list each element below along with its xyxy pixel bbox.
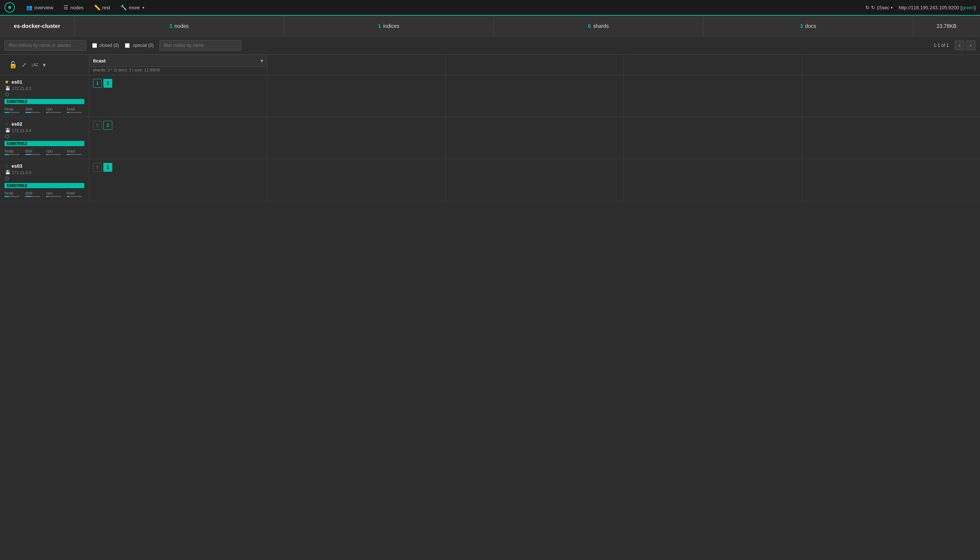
- index-dropdown-icon[interactable]: ▾: [261, 58, 263, 63]
- disk-label-es02: disk: [25, 149, 40, 153]
- nav-label-more: more: [129, 5, 140, 10]
- sort-az-icon[interactable]: ↕AZ: [31, 62, 38, 68]
- cpu-metric-es02: cpu: [46, 149, 61, 155]
- rest-icon: ✏️: [94, 5, 100, 10]
- shard-cell-es01-empty1: [267, 75, 445, 117]
- node-badge-es02: 536870912: [5, 141, 85, 146]
- node-name-es01: es01: [12, 79, 22, 85]
- node-ip-es02: 💾 172.21.0.4: [5, 128, 85, 133]
- shard-primary-2-es02: 2: [103, 121, 112, 130]
- cluster-url: http://118.195.243.105:9200 [green]: [898, 5, 975, 10]
- nav-item-overview[interactable]: 👥 overview: [21, 0, 58, 15]
- nodes-summary[interactable]: 3 nodes: [74, 16, 284, 36]
- indices-summary[interactable]: 1 indices: [284, 16, 494, 36]
- heap-metric-es01: heap: [5, 107, 19, 113]
- empty-col-2: [446, 55, 624, 75]
- table-header: 🔓 ⤢ ↕AZ ▾ itcast ▾ shards: 3 * 2| docs: …: [0, 55, 980, 75]
- shard-cell-es02-itcast[interactable]: 0 2: [89, 117, 267, 159]
- node-ip-es01: 💾 172.21.0.2: [5, 86, 85, 91]
- more-icon: 🔧: [120, 5, 127, 10]
- node-badge-es01: 536870912: [5, 99, 85, 104]
- cpu-label-es02: cpu: [46, 149, 61, 153]
- filter-indices-input[interactable]: [5, 40, 86, 50]
- load-bar-es01: [67, 112, 82, 113]
- indices-label: indices: [383, 23, 400, 29]
- summary-bar: es-docker-cluster 3 nodes 1 indices 6 sh…: [0, 16, 980, 37]
- closed-checkbox-label[interactable]: closed (0): [92, 43, 119, 48]
- node-column-header: 🔓 ⤢ ↕AZ ▾: [0, 55, 89, 75]
- shard-cell-es02-empty3: [624, 117, 802, 159]
- nav-right: ↻ ↻ 15sec ▾ http://118.195.243.105:9200 …: [865, 5, 975, 10]
- logo[interactable]: [5, 2, 15, 13]
- index-meta: shards: 3 * 2| docs: 3 | size: 11.89KB: [89, 67, 267, 74]
- heap-bar-es02: [5, 154, 19, 155]
- master-star-es01: ★: [5, 79, 9, 85]
- special-checkbox[interactable]: [125, 43, 130, 48]
- table-body: ★ es01 💾 172.21.0.2 ⬡ 536870912 heap: [0, 75, 980, 201]
- load-label-es01: load: [67, 107, 82, 111]
- node-id-row-es03: ⬡: [5, 176, 85, 181]
- nav-item-more[interactable]: 🔧 more ▾: [115, 0, 150, 15]
- shard-cell-es03-empty4: [802, 159, 980, 201]
- node-name-es02: es02: [12, 121, 22, 127]
- heap-label-es03: heap: [5, 191, 19, 195]
- filter-bar: closed (0) .special (0) 1-1 of 1 ‹ ›: [0, 37, 980, 55]
- shard-cell-es03-itcast[interactable]: 0 1: [89, 159, 267, 201]
- docs-summary[interactable]: 3 docs: [704, 16, 913, 36]
- nav-label-rest: rest: [102, 5, 110, 10]
- disk-icon-es01: 💾: [5, 86, 10, 91]
- shard-cell-es03-empty3: [624, 159, 802, 201]
- header-chevron-icon[interactable]: ▾: [43, 62, 46, 68]
- node-id-icon-es02: ⬡: [5, 134, 9, 139]
- shard-cell-es01-empty4: [802, 75, 980, 117]
- load-metric-es03: load: [67, 191, 82, 197]
- filter-nodes-input[interactable]: [160, 40, 241, 50]
- lock-icon[interactable]: 🔓: [9, 61, 17, 69]
- page-next-btn[interactable]: ›: [966, 40, 975, 50]
- index-column-header: itcast ▾ shards: 3 * 2| docs: 3 | size: …: [89, 55, 267, 75]
- shard-replica-1-es03: 1: [103, 163, 112, 172]
- disk-bar-fill-es01: [25, 112, 31, 113]
- pagination-info: 1-1 of 1: [933, 43, 949, 48]
- nav-item-nodes[interactable]: ☰ nodes: [58, 0, 88, 15]
- svg-point-1: [8, 6, 11, 9]
- closed-checkbox[interactable]: [92, 43, 97, 48]
- cpu-metric-es03: cpu: [46, 191, 61, 197]
- table-row: ☆ es02 💾 172.21.0.4 ⬡ 536870912 heap: [0, 117, 980, 159]
- disk-icon-es03: 💾: [5, 170, 10, 175]
- disk-icon-es02: 💾: [5, 128, 10, 133]
- top-nav: 👥 overview ☰ nodes ✏️ rest 🔧 more ▾ ↻ ↻ …: [0, 0, 980, 16]
- shards-label: shards: [593, 23, 609, 29]
- main-table: 🔓 ⤢ ↕AZ ▾ itcast ▾ shards: 3 * 2| docs: …: [0, 55, 980, 201]
- expand-icon[interactable]: ⤢: [22, 62, 27, 68]
- load-bar-es02: [67, 154, 82, 155]
- nav-item-rest[interactable]: ✏️ rest: [89, 0, 116, 15]
- cpu-bar-fill-es03: [46, 196, 48, 197]
- empty-col-4: [802, 55, 980, 75]
- shard-cell-es03-empty2: [446, 159, 624, 201]
- cluster-name: es-docker-cluster: [0, 16, 74, 36]
- special-label-text: .special (0): [132, 43, 154, 48]
- node-name-row-es02: ☆ es02: [5, 121, 85, 127]
- node-ip-text-es01: 172.21.0.2: [12, 86, 31, 91]
- node-ip-es03: 💾 172.21.0.3: [5, 170, 85, 175]
- load-metric-es02: load: [67, 149, 82, 155]
- load-bar-fill-es02: [67, 154, 69, 155]
- heap-bar-fill-es03: [5, 196, 9, 197]
- node-id-icon-es01: ⬡: [5, 92, 9, 97]
- cpu-bar-es03: [46, 196, 61, 197]
- disk-metric-es03: disk: [25, 191, 40, 197]
- nodes-count: 3: [170, 23, 173, 29]
- cpu-label-es03: cpu: [46, 191, 61, 195]
- refresh-control[interactable]: ↻ ↻ 15sec ▾: [865, 5, 893, 10]
- shards-summary[interactable]: 6 shards: [494, 16, 704, 36]
- empty-col-1: [267, 55, 445, 75]
- node-id-row-es01: ⬡: [5, 92, 85, 97]
- special-checkbox-label[interactable]: .special (0): [125, 43, 154, 48]
- cluster-name-text: es-docker-cluster: [14, 23, 60, 29]
- docs-label: docs: [805, 23, 817, 29]
- shard-primary-unassigned-0-es02: 0: [93, 121, 102, 130]
- page-prev-btn[interactable]: ‹: [955, 40, 964, 50]
- shard-cell-es01-itcast[interactable]: 1 2: [89, 75, 267, 117]
- node-info-es03: ☆ es03 💾 172.21.0.3 ⬡ 536870912 heap: [0, 159, 89, 201]
